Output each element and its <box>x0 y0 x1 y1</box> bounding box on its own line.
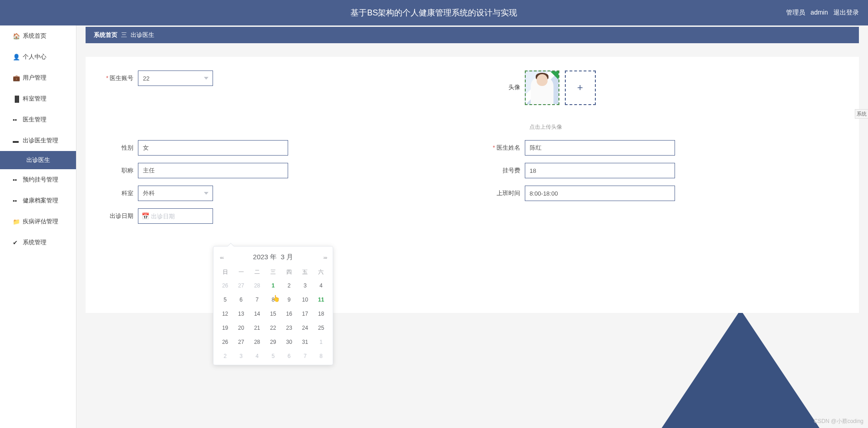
dp-day[interactable]: 26 <box>217 335 233 349</box>
dp-day[interactable]: 24 <box>297 321 313 335</box>
sidebar-item-users[interactable]: 💼用户管理 <box>0 67 76 88</box>
dp-day[interactable]: 3 <box>297 278 313 292</box>
grid-icon: ▪▪ <box>13 197 17 204</box>
label-doctor-name: *医生姓名 <box>482 144 525 152</box>
dp-day[interactable]: 19 <box>217 321 233 335</box>
dp-day[interactable]: 27 <box>233 278 249 292</box>
dp-day[interactable]: 14 <box>249 307 265 321</box>
calendar-icon: 📅 <box>142 212 149 220</box>
plus-icon: + <box>577 82 583 94</box>
breadcrumb: 系统首页 三 出诊医生 <box>86 27 859 43</box>
breadcrumb-home[interactable]: 系统首页 <box>94 31 117 39</box>
folder-icon: 📁 <box>13 218 20 225</box>
work-time-input[interactable] <box>525 186 675 201</box>
datepicker-popup: « ‹ 2023 年 3 月 › » 日一二三四五六 2627281234567… <box>213 246 333 365</box>
dp-day[interactable]: 9 <box>281 292 297 307</box>
app-title: 基于BS架构的个人健康管理系统的设计与实现 <box>9 7 859 18</box>
dp-prev-year[interactable]: « ‹ <box>220 255 223 260</box>
gender-input[interactable] <box>138 140 288 156</box>
briefcase-icon: 💼 <box>13 75 20 81</box>
dp-day[interactable]: 2 <box>281 278 297 292</box>
dp-day[interactable]: 20 <box>233 321 249 335</box>
avatar-upload-button[interactable]: + <box>565 70 596 105</box>
watermark: CSDN @小蔡coding <box>814 418 863 425</box>
bar-icon: ▬ <box>13 137 19 144</box>
dp-title[interactable]: 2023 年 3 月 <box>253 253 293 262</box>
list-icon: ▐▌ <box>13 96 21 102</box>
dp-day[interactable]: 4 <box>249 349 265 363</box>
breadcrumb-sep-icon: 三 <box>121 31 127 39</box>
app-header: 基于BS架构的个人健康管理系统的设计与实现 管理员 admin 退出登录 <box>0 0 868 25</box>
dp-day[interactable]: 28 <box>249 278 265 292</box>
fee-input[interactable] <box>525 163 675 178</box>
dp-day[interactable]: 23 <box>281 321 297 335</box>
user-name[interactable]: admin <box>811 9 828 17</box>
dp-day[interactable]: 5 <box>265 349 281 363</box>
form-panel: *医生账号 头像 <box>86 57 859 313</box>
dp-day[interactable]: 8 <box>313 349 329 363</box>
dp-day[interactable]: 18 <box>313 307 329 321</box>
dp-day[interactable]: 7 <box>249 292 265 307</box>
dp-day[interactable]: 27 <box>233 335 249 349</box>
main-content: 系统首页 三 出诊医生 *医生账号 头像 <box>76 25 868 428</box>
dp-day[interactable]: 11 <box>313 292 329 307</box>
dp-day[interactable]: 25 <box>313 321 329 335</box>
dp-day[interactable]: 31 <box>297 335 313 349</box>
dp-day[interactable]: 21 <box>249 321 265 335</box>
label-doctor-account: *医生账号 <box>95 74 138 82</box>
user-role: 管理员 <box>786 9 805 17</box>
avatar-preview[interactable] <box>525 70 559 105</box>
dp-day[interactable]: 1 <box>265 278 281 292</box>
label-fee: 挂号费 <box>482 166 525 175</box>
breadcrumb-current: 出诊医生 <box>131 31 154 39</box>
dp-day[interactable]: 1 <box>313 335 329 349</box>
sidebar-item-profile[interactable]: 👤个人中心 <box>0 46 76 67</box>
dp-day[interactable]: 8 <box>265 292 281 307</box>
dp-day[interactable]: 29 <box>265 335 281 349</box>
avatar-hint: 点击上传头像 <box>529 123 850 131</box>
dp-day[interactable]: 15 <box>265 307 281 321</box>
dp-day[interactable]: 3 <box>233 349 249 363</box>
dp-day[interactable]: 13 <box>233 307 249 321</box>
dp-weekday: 二 <box>249 266 265 278</box>
department-select[interactable] <box>138 186 213 201</box>
dp-weekday: 一 <box>233 266 249 278</box>
sidebar-item-health-record[interactable]: ▪▪健康档案管理 <box>0 190 76 211</box>
dp-next-year[interactable]: › » <box>323 255 326 260</box>
dp-day[interactable]: 30 <box>281 335 297 349</box>
sidebar-item-appointment[interactable]: ▪▪预约挂号管理 <box>0 169 76 190</box>
sidebar-item-disease[interactable]: 📁疾病评估管理 <box>0 211 76 232</box>
dp-day[interactable]: 16 <box>281 307 297 321</box>
dp-day[interactable]: 7 <box>297 349 313 363</box>
dp-weekday: 六 <box>313 266 329 278</box>
sidebar-item-doctor[interactable]: ▪▪医生管理 <box>0 109 76 130</box>
dp-day[interactable]: 6 <box>233 292 249 307</box>
dp-day[interactable]: 26 <box>217 278 233 292</box>
dp-day[interactable]: 12 <box>217 307 233 321</box>
dp-weekday: 五 <box>297 266 313 278</box>
label-title: 职称 <box>95 166 138 175</box>
sidebar-item-visit-doctor[interactable]: ▬出诊医生管理 <box>0 130 76 151</box>
dp-day[interactable]: 28 <box>249 335 265 349</box>
side-tab[interactable]: 系统 <box>855 109 868 119</box>
dp-day[interactable]: 2 <box>217 349 233 363</box>
user-area: 管理员 admin 退出登录 <box>786 9 859 17</box>
sidebar-item-system[interactable]: ✔系统管理 <box>0 232 76 253</box>
dp-day[interactable]: 6 <box>281 349 297 363</box>
grid-icon: ▪▪ <box>13 176 17 183</box>
doctor-name-input[interactable] <box>525 140 675 156</box>
dp-weekday: 日 <box>217 266 233 278</box>
check-icon: ✔ <box>13 239 18 246</box>
dp-day[interactable]: 10 <box>297 292 313 307</box>
title-input[interactable] <box>138 163 288 178</box>
user-icon: 👤 <box>13 54 20 60</box>
sidebar-subitem-visit-doctor[interactable]: 出诊医生 <box>0 151 76 169</box>
sidebar-item-home[interactable]: 🏠系统首页 <box>0 25 76 46</box>
dp-day[interactable]: 4 <box>313 278 329 292</box>
dp-day[interactable]: 17 <box>297 307 313 321</box>
logout-link[interactable]: 退出登录 <box>833 9 859 17</box>
dp-day[interactable]: 22 <box>265 321 281 335</box>
doctor-account-select[interactable] <box>138 70 213 86</box>
sidebar-item-dept[interactable]: ▐▌科室管理 <box>0 88 76 109</box>
dp-day[interactable]: 5 <box>217 292 233 307</box>
